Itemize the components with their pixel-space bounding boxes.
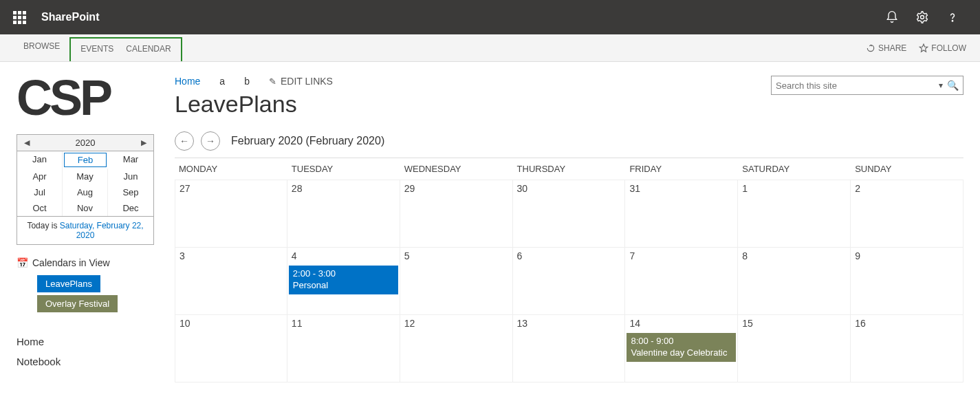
search-icon[interactable]: 🔍 [947, 80, 959, 91]
day-cell[interactable]: 12 [400, 315, 513, 382]
calendar-badge-leaveplans[interactable]: LeavePlans [37, 275, 100, 292]
site-logo: CSP [17, 76, 161, 120]
ribbon: BROWSE EVENTS CALENDAR SHARE FOLLOW [0, 34, 980, 62]
ribbon-tab-calendar[interactable]: CALENDAR [126, 44, 171, 56]
day-cell[interactable]: 3 [175, 248, 287, 315]
month-nov[interactable]: Nov [63, 200, 108, 216]
follow-button[interactable]: FOLLOW [919, 43, 966, 53]
calendars-in-view: 📅 Calendars in View LeavePlans Overlay F… [17, 257, 161, 312]
day-cell[interactable]: 10 [175, 315, 287, 382]
calendar-week-1: 3 4 2:00 - 3:00 Personal 5 6 7 8 9 [175, 248, 963, 315]
day-cell[interactable]: 8 [738, 248, 851, 315]
calendar-nav: ← → February 2020 (February 2020) [175, 131, 963, 151]
day-header-thu: THURSDAY [513, 158, 626, 180]
ribbon-tab-browse[interactable]: BROWSE [14, 34, 69, 61]
day-cell[interactable]: 15 [738, 315, 851, 382]
day-cell[interactable]: 27 [175, 180, 287, 248]
month-feb[interactable]: Feb [64, 153, 107, 167]
svg-point-0 [921, 16, 924, 19]
ribbon-tab-events[interactable]: EVENTS [80, 44, 113, 56]
svg-point-1 [952, 21, 952, 21]
month-jul[interactable]: Jul [17, 184, 63, 200]
month-oct[interactable]: Oct [17, 200, 63, 216]
event-valentine[interactable]: 8:00 - 9:00 Valentine day Celebratic [627, 333, 736, 362]
day-cell[interactable]: 5 [400, 248, 513, 315]
day-cell[interactable]: 14 8:00 - 9:00 Valentine day Celebratic [625, 315, 738, 382]
help-icon[interactable] [944, 9, 961, 25]
day-cell[interactable]: 28 [287, 180, 400, 248]
calendar-small-icon: 📅 [17, 257, 28, 268]
suite-bar: SharePoint [0, 0, 980, 34]
brand-label: SharePoint [41, 11, 99, 23]
share-button[interactable]: SHARE [866, 43, 906, 53]
side-nav: Home Notebook [17, 332, 161, 371]
event-personal[interactable]: 2:00 - 3:00 Personal [289, 266, 398, 294]
edit-links-button[interactable]: ✎ EDIT LINKS [269, 76, 333, 87]
calendar-day-headers: MONDAY TUESDAY WEDNESDAY THURSDAY FRIDAY… [175, 158, 963, 180]
day-cell[interactable]: 6 [513, 248, 626, 315]
mini-cal-year[interactable]: 2020 [76, 138, 96, 148]
calendar-week-0: 27 28 29 30 31 1 2 [175, 180, 963, 248]
month-mar[interactable]: Mar [108, 151, 153, 169]
day-header-tue: TUESDAY [287, 158, 400, 180]
day-header-sun: SUNDAY [851, 158, 963, 180]
today-line: Today is Saturday, February 22, 2020 [17, 216, 153, 244]
day-cell[interactable]: 7 [625, 248, 738, 315]
calendars-in-view-title: Calendars in View [32, 257, 110, 268]
search-dropdown-icon[interactable]: ▾ [939, 80, 943, 90]
pencil-icon: ✎ [269, 76, 276, 87]
breadcrumb-home[interactable]: Home [175, 76, 200, 87]
day-cell[interactable]: 16 [851, 315, 963, 382]
calendar-header-label: February 2020 (February 2020) [231, 135, 384, 147]
settings-gear-icon[interactable] [914, 9, 930, 25]
month-may[interactable]: May [63, 169, 108, 184]
side-nav-home[interactable]: Home [17, 332, 161, 352]
page-title: LeavePlans [175, 91, 333, 118]
calendar-week-2: 10 11 12 13 14 8:00 - 9:00 Valentine day… [175, 315, 963, 382]
month-sep[interactable]: Sep [108, 184, 153, 200]
mini-cal-prev-icon[interactable]: ◀ [24, 138, 30, 147]
breadcrumb: Home a b ✎ EDIT LINKS [175, 76, 333, 87]
day-cell[interactable]: 1 [738, 180, 851, 248]
mini-cal-months: Jan Feb Mar Apr May Jun Jul Aug Sep Oct … [17, 151, 153, 216]
ribbon-tab-group: EVENTS CALENDAR [69, 37, 182, 61]
notifications-icon[interactable] [884, 9, 900, 25]
day-header-fri: FRIDAY [625, 158, 738, 180]
search-input[interactable] [776, 80, 939, 91]
day-cell[interactable]: 30 [513, 180, 626, 248]
mini-calendar: ◀ 2020 ▶ Jan Feb Mar Apr May Jun Jul Aug… [17, 134, 154, 245]
month-jan[interactable]: Jan [17, 151, 63, 169]
day-cell[interactable]: 29 [400, 180, 513, 248]
day-cell[interactable]: 9 [851, 248, 963, 315]
day-cell[interactable]: 13 [513, 315, 626, 382]
day-cell[interactable]: 4 2:00 - 3:00 Personal [287, 248, 400, 315]
cal-prev-button[interactable]: ← [175, 131, 194, 151]
side-nav-notebook[interactable]: Notebook [17, 352, 161, 371]
day-header-sat: SATURDAY [738, 158, 851, 180]
day-cell[interactable]: 11 [287, 315, 400, 382]
mini-cal-next-icon[interactable]: ▶ [141, 138, 146, 147]
breadcrumb-b[interactable]: b [244, 76, 250, 87]
breadcrumb-a[interactable]: a [219, 76, 225, 87]
cal-next-button[interactable]: → [201, 131, 220, 151]
day-header-wed: WEDNESDAY [400, 158, 513, 180]
month-apr[interactable]: Apr [17, 169, 63, 184]
month-jun[interactable]: Jun [108, 169, 153, 184]
month-aug[interactable]: Aug [63, 184, 108, 200]
today-link[interactable]: Saturday, February 22, 2020 [60, 221, 144, 240]
calendar-grid: MONDAY TUESDAY WEDNESDAY THURSDAY FRIDAY… [175, 158, 963, 382]
month-dec[interactable]: Dec [108, 200, 153, 216]
day-header-mon: MONDAY [175, 158, 287, 180]
calendar-badge-overlay[interactable]: Overlay Festival [37, 295, 118, 312]
day-cell[interactable]: 2 [851, 180, 963, 248]
search-box[interactable]: ▾ 🔍 [771, 76, 963, 95]
app-launcher-icon[interactable] [6, 3, 33, 31]
day-cell[interactable]: 31 [625, 180, 738, 248]
